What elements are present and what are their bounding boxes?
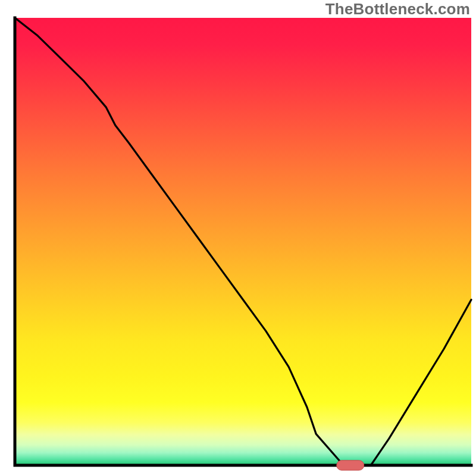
watermark-text: TheBottleneck.com: [325, 0, 470, 18]
plot-background: [15, 18, 471, 465]
chart-svg: [0, 0, 476, 476]
bottleneck-chart: TheBottleneck.com: [0, 0, 476, 476]
optimal-marker: [337, 461, 364, 471]
